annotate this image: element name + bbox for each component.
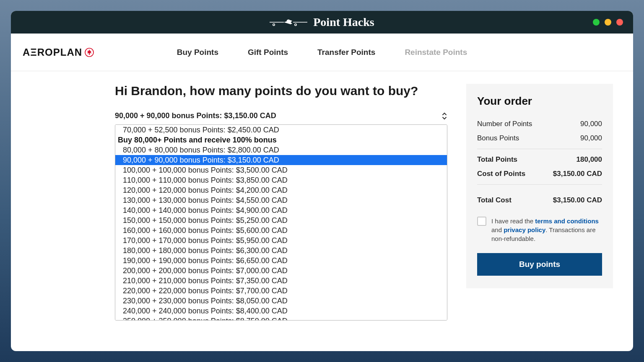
points-option[interactable]: 170,000 + 170,000 bonus Points: $5,950.0… [115, 235, 447, 246]
points-option[interactable]: 250,000 + 250,000 bonus Points: $8,750.0… [115, 316, 447, 321]
divider [477, 149, 602, 149]
terms-row: I have read the terms and conditions and… [477, 217, 602, 243]
side-column: Your order Number of Points 90,000 Bonus… [466, 84, 613, 351]
terms-checkbox[interactable] [477, 217, 486, 226]
top-bar: Point Hacks [11, 11, 633, 34]
terms-text: I have read the terms and conditions and… [491, 217, 602, 243]
label: Total Points [477, 155, 517, 164]
points-option[interactable]: 160,000 + 160,000 bonus Points: $5,600.0… [115, 225, 447, 235]
terms-and-conditions-link[interactable]: terms and conditions [535, 217, 599, 225]
points-option[interactable]: 80,000 + 80,000 bonus Points: $2,800.00 … [115, 145, 447, 155]
svg-point-3 [295, 24, 296, 26]
points-option[interactable]: 90,000 + 90,000 bonus Points: $3,150.00 … [115, 155, 447, 165]
window-controls [593, 19, 623, 26]
points-option[interactable]: 130,000 + 130,000 bonus Points: $4,550.0… [115, 195, 447, 205]
maple-leaf-icon [85, 48, 94, 57]
order-summary: Your order Number of Points 90,000 Bonus… [466, 84, 613, 288]
window-close-icon[interactable] [616, 19, 623, 26]
value: 180,000 [576, 155, 602, 164]
options-group-header: Buy 80,000+ Points and receive 100% bonu… [115, 135, 447, 145]
nav-links: Buy PointsGift PointsTransfer PointsRein… [177, 48, 467, 57]
buy-points-button[interactable]: Buy points [477, 253, 602, 276]
order-title: Your order [477, 95, 602, 108]
value: $3,150.00 CAD [553, 196, 602, 204]
points-option[interactable]: 70,000 + 52,500 bonus Points: $2,450.00 … [115, 125, 447, 135]
window-maximize-icon[interactable] [605, 19, 611, 26]
app-frame: Point Hacks AΞROPLAN Buy PointsGift Poin… [11, 11, 633, 351]
main-column: Hi Brandon, how many points do you want … [115, 84, 447, 351]
value: 90,000 [580, 134, 602, 142]
label: Cost of Points [477, 170, 525, 178]
order-row-number-of-points: Number of Points 90,000 [477, 117, 602, 131]
svg-point-2 [273, 24, 275, 26]
points-option[interactable]: 220,000 + 220,000 bonus Points: $7,700.0… [115, 286, 447, 296]
nav-bar: AΞROPLAN Buy PointsGift PointsTransfer P… [11, 34, 633, 71]
order-row-bonus-points: Bonus Points 90,000 [477, 131, 602, 145]
points-option[interactable]: 100,000 + 100,000 bonus Points: $3,500.0… [115, 165, 447, 175]
points-option[interactable]: 110,000 + 110,000 bonus Points: $3,850.0… [115, 175, 447, 185]
content: Hi Brandon, how many points do you want … [11, 71, 633, 351]
label: Number of Points [477, 120, 532, 128]
order-row-total-cost: Total Cost $3,150.00 CAD [477, 193, 602, 207]
order-row-cost-of-points: Cost of Points $3,150.00 CAD [477, 167, 602, 181]
label: Bonus Points [477, 134, 519, 142]
site-title: Point Hacks [313, 16, 374, 29]
points-option[interactable]: 210,000 + 210,000 bonus Points: $7,350.0… [115, 276, 447, 286]
points-option[interactable]: 230,000 + 230,000 bonus Points: $8,050.0… [115, 296, 447, 306]
nav-item-gift-points[interactable]: Gift Points [248, 48, 288, 57]
points-select[interactable]: 90,000 + 90,000 bonus Points: $3,150.00 … [115, 110, 447, 124]
brand-logo[interactable]: AΞROPLAN [23, 47, 94, 58]
points-select-value: 90,000 + 90,000 bonus Points: $3,150.00 … [115, 111, 276, 120]
value: 90,000 [580, 120, 602, 128]
order-row-total-points: Total Points 180,000 [477, 153, 602, 167]
points-option[interactable]: 150,000 + 150,000 bonus Points: $5,250.0… [115, 215, 447, 225]
privacy-policy-link[interactable]: privacy policy [504, 226, 545, 233]
brand-name: AΞROPLAN [23, 47, 82, 58]
value: $3,150.00 CAD [553, 170, 602, 178]
svg-point-4 [287, 20, 291, 23]
window-minimize-icon[interactable] [593, 19, 600, 26]
points-option[interactable]: 140,000 + 140,000 bonus Points: $4,900.0… [115, 205, 447, 215]
points-option[interactable]: 190,000 + 190,000 bonus Points: $6,650.0… [115, 256, 447, 266]
site-title-wrap: Point Hacks [270, 16, 374, 29]
points-option[interactable]: 180,000 + 180,000 bonus Points: $6,300.0… [115, 246, 447, 256]
points-option[interactable]: 120,000 + 120,000 bonus Points: $4,200.0… [115, 185, 447, 195]
nav-item-reinstate-points: Reinstate Points [405, 48, 467, 57]
points-option[interactable]: 200,000 + 200,000 bonus Points: $7,000.0… [115, 266, 447, 276]
select-chevrons-icon [441, 112, 447, 120]
points-options-list[interactable]: 70,000 + 52,500 bonus Points: $2,450.00 … [115, 124, 447, 321]
plane-icon [270, 17, 307, 28]
nav-item-transfer-points[interactable]: Transfer Points [317, 48, 375, 57]
divider [477, 184, 602, 185]
points-option[interactable]: 240,000 + 240,000 bonus Points: $8,400.0… [115, 306, 447, 316]
page-title: Hi Brandon, how many points do you want … [115, 84, 447, 98]
label: Total Cost [477, 196, 512, 204]
nav-item-buy-points[interactable]: Buy Points [177, 48, 218, 57]
